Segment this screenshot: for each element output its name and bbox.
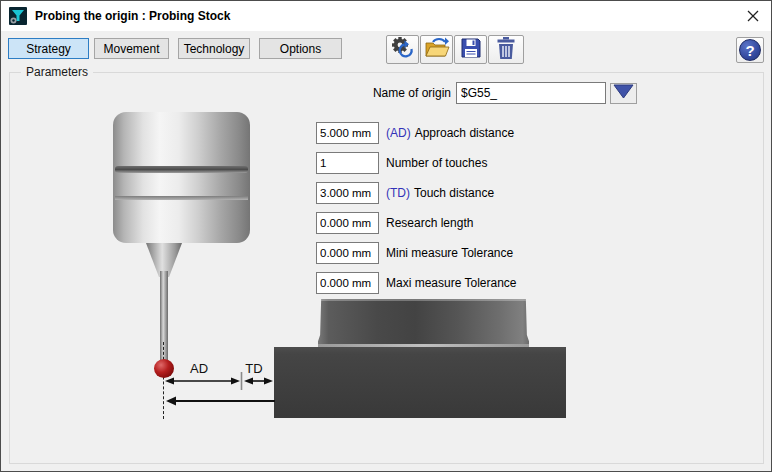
help-button[interactable]: ? bbox=[736, 37, 764, 63]
help-icon: ? bbox=[739, 39, 761, 61]
open-button[interactable] bbox=[420, 35, 453, 64]
trash-icon bbox=[494, 35, 518, 65]
tab-strategy[interactable]: Strategy bbox=[8, 38, 89, 59]
name-of-origin-input[interactable] bbox=[456, 82, 606, 104]
maxi-measure-tolerance-text: Maxi measure Tolerance bbox=[386, 276, 517, 290]
touch-distance-label: (TD)Touch distance bbox=[386, 182, 494, 204]
name-of-origin-label: Name of origin bbox=[331, 82, 451, 104]
mini-measure-tolerance-text: Mini measure Tolerance bbox=[386, 246, 513, 260]
approach-distance-code: (AD) bbox=[386, 126, 411, 140]
touch-distance-code: (TD) bbox=[386, 186, 410, 200]
mini-measure-tolerance-input[interactable] bbox=[316, 242, 379, 264]
window-title: Probing the origin : Probing Stock bbox=[35, 1, 230, 31]
tab-options[interactable]: Options bbox=[259, 38, 342, 59]
research-length-text: Research length bbox=[386, 216, 473, 230]
probe-body-groove bbox=[115, 166, 248, 173]
touch-distance-input[interactable] bbox=[316, 182, 379, 204]
tab-technology-label: Technology bbox=[184, 42, 245, 56]
tab-movement-label: Movement bbox=[103, 42, 159, 56]
approach-distance-label: (AD)Approach distance bbox=[386, 122, 514, 144]
close-icon[interactable] bbox=[741, 4, 765, 28]
touch-distance-text: Touch distance bbox=[414, 186, 494, 200]
save-icon bbox=[459, 36, 483, 64]
dialog-window: Probing the origin : Probing Stock Strat… bbox=[0, 0, 772, 472]
number-of-touches-text: Number of touches bbox=[386, 156, 487, 170]
number-of-touches-input[interactable] bbox=[316, 152, 379, 174]
mini-measure-tolerance-label: Mini measure Tolerance bbox=[386, 242, 513, 264]
dropdown-triangle-icon bbox=[613, 84, 634, 103]
research-length-label: Research length bbox=[386, 212, 473, 234]
probe-settings-button[interactable] bbox=[386, 35, 419, 64]
approach-distance-input[interactable] bbox=[316, 122, 379, 144]
open-folder-icon bbox=[424, 35, 450, 65]
app-icon bbox=[9, 7, 27, 25]
origin-dropdown-button[interactable] bbox=[610, 83, 637, 104]
save-button[interactable] bbox=[454, 35, 487, 64]
probe-body-illustration bbox=[113, 112, 250, 243]
number-of-touches-label: Number of touches bbox=[386, 152, 487, 174]
title-bar: Probing the origin : Probing Stock bbox=[1, 1, 771, 31]
probe-settings-icon bbox=[390, 35, 416, 65]
research-length-input[interactable] bbox=[316, 212, 379, 234]
parameters-group-label: Parameters bbox=[21, 65, 93, 79]
delete-button[interactable] bbox=[488, 35, 524, 64]
dimension-arrows bbox=[101, 291, 581, 431]
tab-strategy-label: Strategy bbox=[26, 42, 71, 56]
td-dimension-label: TD bbox=[239, 361, 269, 376]
approach-distance-text: Approach distance bbox=[415, 126, 514, 140]
tab-options-label: Options bbox=[280, 42, 321, 56]
ad-dimension-label: AD bbox=[184, 361, 214, 376]
probe-body-band bbox=[115, 196, 248, 200]
tab-movement[interactable]: Movement bbox=[94, 38, 169, 59]
tab-technology[interactable]: Technology bbox=[178, 38, 250, 59]
